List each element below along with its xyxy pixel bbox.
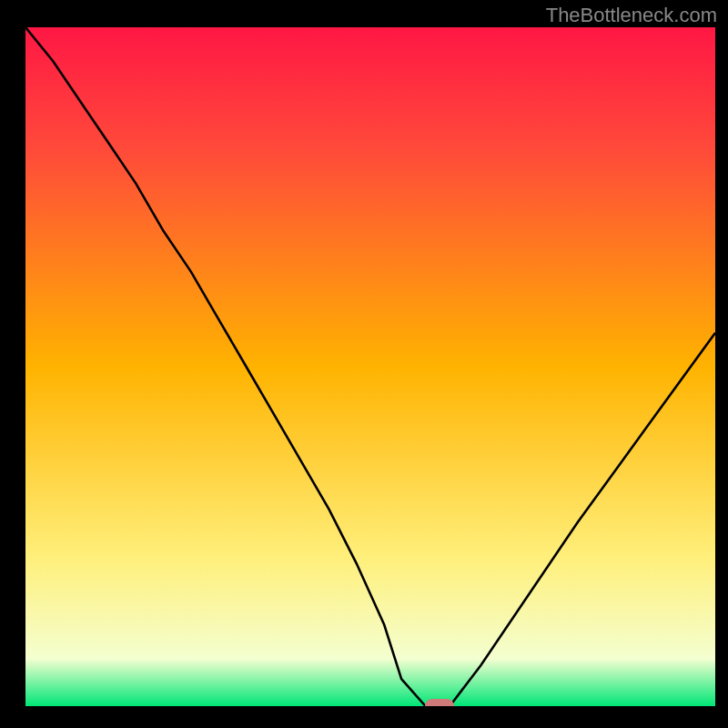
watermark-text: TheBottleneck.com: [546, 4, 717, 27]
left-border: [0, 0, 25, 728]
chart-container: TheBottleneck.com: [0, 0, 728, 728]
chart-background: [25, 27, 715, 706]
svg-rect-0: [25, 27, 715, 706]
right-border: [715, 0, 728, 728]
bottom-border: [0, 706, 728, 728]
